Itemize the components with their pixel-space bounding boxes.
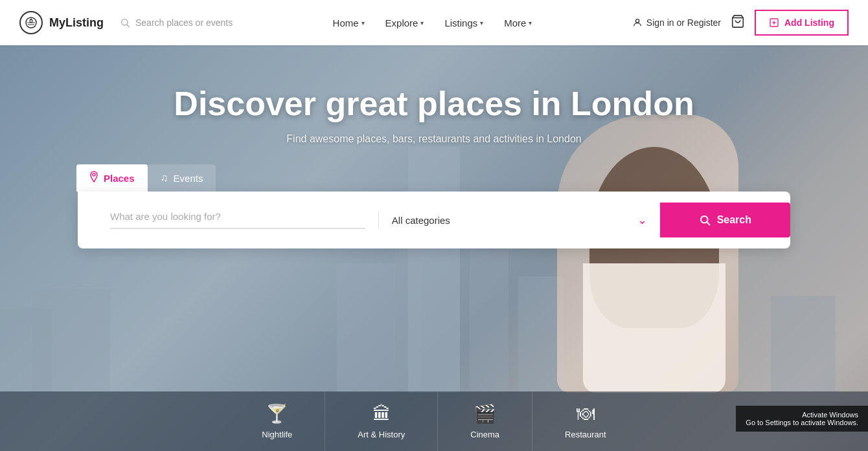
svg-point-9 [93, 173, 95, 176]
chevron-down-icon: ▾ [529, 19, 532, 27]
search-button-label: Search [717, 214, 751, 226]
search-icon [120, 17, 130, 28]
restaurant-label: Restaurant [565, 430, 606, 439]
navbar: MyListing Search places or events Home ▾… [0, 0, 868, 45]
search-button[interactable]: Search [660, 203, 790, 237]
nav-item-home[interactable]: Home ▾ [325, 12, 372, 34]
music-icon: ♫ [161, 172, 168, 184]
svg-line-3 [127, 25, 130, 27]
search-tabs: Places ♫ Events [76, 164, 216, 192]
search-icon [699, 214, 711, 226]
hero-section: Discover great places in London Find awe… [0, 45, 868, 451]
hero-title: Discover great places in London [174, 84, 694, 123]
hero-subtitle: Find awesome places, bars, restaurants a… [286, 133, 581, 145]
nav-item-listings[interactable]: Listings ▾ [437, 12, 491, 34]
cinema-label: Cinema [470, 430, 499, 439]
search-box: All categories ⌄ Search [78, 192, 790, 248]
category-art-history[interactable]: 🏛 Art & History [325, 391, 438, 451]
svg-point-4 [635, 19, 639, 23]
sign-in-button[interactable]: Sign in or Register [632, 17, 721, 28]
nightlife-label: Nightlife [262, 430, 292, 439]
keyword-input-wrap [97, 211, 379, 229]
nightlife-icon: 🍸 [266, 403, 288, 424]
chevron-down-icon: ▾ [361, 19, 365, 27]
tab-events[interactable]: ♫ Events [148, 164, 216, 192]
chevron-down-icon: ▾ [420, 19, 424, 27]
category-nightlife[interactable]: 🍸 Nightlife [229, 391, 325, 451]
places-tab-label: Places [104, 173, 135, 184]
category-select[interactable]: All categories ⌄ [379, 213, 660, 227]
nav-right: Sign in or Register Add Listing [632, 10, 849, 36]
nav-center: Home ▾ Explore ▾ Listings ▾ More ▾ [325, 12, 540, 34]
location-icon [89, 171, 98, 185]
chevron-down-icon: ▾ [480, 19, 483, 27]
cart-icon[interactable] [731, 14, 745, 32]
events-tab-label: Events [174, 173, 203, 184]
logo-icon [19, 11, 43, 34]
category-label: All categories [392, 215, 450, 226]
nav-search-label: Search places or events [135, 17, 233, 28]
chevron-down-icon: ⌄ [637, 213, 647, 227]
nav-left: MyListing Search places or events [19, 11, 233, 34]
keyword-input[interactable] [110, 211, 365, 222]
tab-places[interactable]: Places [76, 164, 148, 192]
hero-content: Discover great places in London Find awe… [0, 45, 868, 248]
cinema-icon: 🎬 [474, 403, 496, 424]
logo-text: MyListing [49, 16, 104, 30]
nav-item-more[interactable]: More ▾ [496, 12, 540, 34]
art-history-label: Art & History [358, 430, 405, 439]
activation-line2: Go to Settings to activate Windows. [746, 419, 858, 426]
add-listing-icon [769, 17, 779, 28]
category-restaurant[interactable]: 🍽 Restaurant [532, 391, 639, 451]
nav-search-bar[interactable]: Search places or events [120, 17, 233, 28]
svg-line-11 [707, 222, 709, 225]
logo-link[interactable]: MyListing [19, 11, 104, 34]
add-listing-button[interactable]: Add Listing [755, 10, 849, 36]
activation-line1: Activate Windows [746, 411, 858, 419]
nav-item-explore[interactable]: Explore ▾ [378, 12, 432, 34]
restaurant-icon: 🍽 [577, 403, 595, 424]
user-icon [632, 17, 643, 28]
activation-bar: Activate Windows Go to Settings to activ… [736, 406, 868, 432]
category-cinema[interactable]: 🎬 Cinema [438, 391, 532, 451]
art-history-icon: 🏛 [372, 403, 391, 424]
